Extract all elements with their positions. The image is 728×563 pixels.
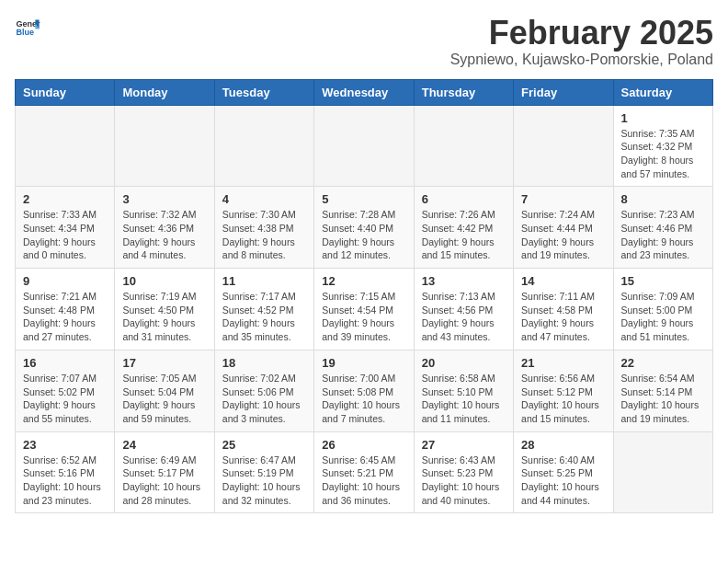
- day-cell: 24Sunrise: 6:49 AMSunset: 5:17 PMDayligh…: [115, 431, 214, 513]
- day-number: 11: [222, 274, 306, 288]
- day-info: Sunrise: 7:23 AMSunset: 4:46 PMDaylight:…: [621, 208, 705, 262]
- week-row-4: 16Sunrise: 7:07 AMSunset: 5:02 PMDayligh…: [16, 350, 713, 431]
- day-cell: [214, 105, 313, 187]
- day-info: Sunrise: 7:21 AMSunset: 4:48 PMDaylight:…: [23, 290, 107, 344]
- day-cell: [314, 105, 414, 187]
- week-row-5: 23Sunrise: 6:52 AMSunset: 5:16 PMDayligh…: [16, 431, 713, 513]
- day-number: 6: [422, 192, 506, 206]
- weekday-header-thursday: Thursday: [414, 79, 513, 105]
- day-info: Sunrise: 7:30 AMSunset: 4:38 PMDaylight:…: [222, 208, 306, 262]
- day-info: Sunrise: 6:47 AMSunset: 5:19 PMDaylight:…: [222, 454, 306, 508]
- logo-icon: General Blue: [15, 15, 40, 40]
- day-info: Sunrise: 6:45 AMSunset: 5:21 PMDaylight:…: [322, 454, 405, 508]
- day-info: Sunrise: 6:43 AMSunset: 5:23 PMDaylight:…: [422, 454, 506, 508]
- day-cell: 11Sunrise: 7:17 AMSunset: 4:52 PMDayligh…: [214, 269, 313, 350]
- day-number: 1: [621, 111, 705, 125]
- week-row-3: 9Sunrise: 7:21 AMSunset: 4:48 PMDaylight…: [16, 269, 713, 350]
- day-cell: 28Sunrise: 6:40 AMSunset: 5:25 PMDayligh…: [514, 431, 613, 513]
- day-number: 5: [322, 192, 405, 206]
- day-info: Sunrise: 7:02 AMSunset: 5:06 PMDaylight:…: [222, 372, 306, 426]
- day-number: 22: [621, 356, 705, 370]
- calendar-table: SundayMondayTuesdayWednesdayThursdayFrid…: [15, 79, 713, 514]
- day-cell: 26Sunrise: 6:45 AMSunset: 5:21 PMDayligh…: [314, 431, 414, 513]
- day-info: Sunrise: 7:09 AMSunset: 5:00 PMDaylight:…: [621, 290, 705, 344]
- day-cell: [414, 105, 513, 187]
- day-cell: 10Sunrise: 7:19 AMSunset: 4:50 PMDayligh…: [115, 269, 214, 350]
- day-cell: 21Sunrise: 6:56 AMSunset: 5:12 PMDayligh…: [514, 350, 613, 431]
- day-info: Sunrise: 7:00 AMSunset: 5:08 PMDaylight:…: [322, 372, 405, 426]
- day-info: Sunrise: 7:17 AMSunset: 4:52 PMDaylight:…: [222, 290, 306, 344]
- day-cell: 25Sunrise: 6:47 AMSunset: 5:19 PMDayligh…: [214, 431, 313, 513]
- day-number: 7: [521, 192, 605, 206]
- week-row-1: 1Sunrise: 7:35 AMSunset: 4:32 PMDaylight…: [16, 105, 713, 187]
- day-info: Sunrise: 7:11 AMSunset: 4:58 PMDaylight:…: [521, 290, 605, 344]
- day-cell: 16Sunrise: 7:07 AMSunset: 5:02 PMDayligh…: [16, 350, 115, 431]
- day-cell: 13Sunrise: 7:13 AMSunset: 4:56 PMDayligh…: [414, 269, 513, 350]
- day-info: Sunrise: 7:32 AMSunset: 4:36 PMDaylight:…: [122, 208, 206, 262]
- day-cell: 17Sunrise: 7:05 AMSunset: 5:04 PMDayligh…: [115, 350, 214, 431]
- day-number: 16: [23, 356, 107, 370]
- weekday-header-sunday: Sunday: [16, 79, 115, 105]
- day-number: 24: [122, 438, 206, 452]
- day-number: 4: [222, 192, 306, 206]
- day-info: Sunrise: 6:40 AMSunset: 5:25 PMDaylight:…: [521, 454, 605, 508]
- day-info: Sunrise: 6:56 AMSunset: 5:12 PMDaylight:…: [521, 372, 605, 426]
- weekday-header-saturday: Saturday: [613, 79, 712, 105]
- day-cell: 3Sunrise: 7:32 AMSunset: 4:36 PMDaylight…: [115, 187, 214, 269]
- day-cell: 12Sunrise: 7:15 AMSunset: 4:54 PMDayligh…: [314, 269, 414, 350]
- day-info: Sunrise: 7:05 AMSunset: 5:04 PMDaylight:…: [122, 372, 206, 426]
- day-cell: 23Sunrise: 6:52 AMSunset: 5:16 PMDayligh…: [16, 431, 115, 513]
- svg-text:Blue: Blue: [16, 28, 34, 37]
- weekday-header-monday: Monday: [115, 79, 214, 105]
- calendar-subtitle: Sypniewo, Kujawsko-Pomorskie, Poland: [450, 52, 713, 68]
- day-cell: [115, 105, 214, 187]
- day-cell: 2Sunrise: 7:33 AMSunset: 4:34 PMDaylight…: [16, 187, 115, 269]
- day-info: Sunrise: 7:15 AMSunset: 4:54 PMDaylight:…: [322, 290, 405, 344]
- day-cell: 4Sunrise: 7:30 AMSunset: 4:38 PMDaylight…: [214, 187, 313, 269]
- day-info: Sunrise: 7:28 AMSunset: 4:40 PMDaylight:…: [322, 208, 405, 262]
- week-row-2: 2Sunrise: 7:33 AMSunset: 4:34 PMDaylight…: [16, 187, 713, 269]
- day-number: 18: [222, 356, 306, 370]
- day-cell: 18Sunrise: 7:02 AMSunset: 5:06 PMDayligh…: [214, 350, 313, 431]
- day-info: Sunrise: 7:33 AMSunset: 4:34 PMDaylight:…: [23, 208, 107, 262]
- day-info: Sunrise: 6:54 AMSunset: 5:14 PMDaylight:…: [621, 372, 705, 426]
- day-number: 13: [422, 274, 506, 288]
- day-number: 28: [521, 438, 605, 452]
- day-info: Sunrise: 6:58 AMSunset: 5:10 PMDaylight:…: [422, 372, 506, 426]
- day-number: 23: [23, 438, 107, 452]
- day-number: 14: [521, 274, 605, 288]
- day-info: Sunrise: 7:35 AMSunset: 4:32 PMDaylight:…: [621, 127, 705, 181]
- day-number: 9: [23, 274, 107, 288]
- logo: General Blue: [15, 15, 40, 40]
- day-number: 12: [322, 274, 405, 288]
- day-number: 15: [621, 274, 705, 288]
- day-cell: 20Sunrise: 6:58 AMSunset: 5:10 PMDayligh…: [414, 350, 513, 431]
- day-info: Sunrise: 6:52 AMSunset: 5:16 PMDaylight:…: [23, 454, 107, 508]
- day-number: 10: [122, 274, 206, 288]
- day-cell: 1Sunrise: 7:35 AMSunset: 4:32 PMDaylight…: [613, 105, 712, 187]
- day-number: 20: [422, 356, 506, 370]
- weekday-header-tuesday: Tuesday: [214, 79, 313, 105]
- day-cell: 7Sunrise: 7:24 AMSunset: 4:44 PMDaylight…: [514, 187, 613, 269]
- calendar-title: February 2025: [450, 15, 713, 52]
- day-info: Sunrise: 7:19 AMSunset: 4:50 PMDaylight:…: [122, 290, 206, 344]
- day-cell: 6Sunrise: 7:26 AMSunset: 4:42 PMDaylight…: [414, 187, 513, 269]
- weekday-header-row: SundayMondayTuesdayWednesdayThursdayFrid…: [16, 79, 713, 105]
- day-cell: 19Sunrise: 7:00 AMSunset: 5:08 PMDayligh…: [314, 350, 414, 431]
- day-cell: 9Sunrise: 7:21 AMSunset: 4:48 PMDaylight…: [16, 269, 115, 350]
- day-number: 17: [122, 356, 206, 370]
- title-area: February 2025 Sypniewo, Kujawsko-Pomorsk…: [450, 15, 713, 68]
- day-number: 3: [122, 192, 206, 206]
- day-info: Sunrise: 7:13 AMSunset: 4:56 PMDaylight:…: [422, 290, 506, 344]
- day-cell: [16, 105, 115, 187]
- day-info: Sunrise: 7:07 AMSunset: 5:02 PMDaylight:…: [23, 372, 107, 426]
- weekday-header-wednesday: Wednesday: [314, 79, 414, 105]
- day-number: 25: [222, 438, 306, 452]
- day-number: 26: [322, 438, 405, 452]
- day-cell: 15Sunrise: 7:09 AMSunset: 5:00 PMDayligh…: [613, 269, 712, 350]
- weekday-header-friday: Friday: [514, 79, 613, 105]
- day-cell: [514, 105, 613, 187]
- day-info: Sunrise: 6:49 AMSunset: 5:17 PMDaylight:…: [122, 454, 206, 508]
- day-number: 8: [621, 192, 705, 206]
- day-cell: 8Sunrise: 7:23 AMSunset: 4:46 PMDaylight…: [613, 187, 712, 269]
